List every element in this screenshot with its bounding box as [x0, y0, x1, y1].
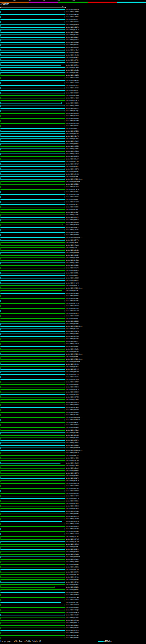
hit-row[interactable]: UniRef100_C41HC1 — [0, 546, 146, 548]
hit-row[interactable]: UniRef100_C6TGV1 — [0, 280, 146, 282]
hit-row[interactable]: UniRef100_Q9PKC3 — [0, 538, 146, 540]
hit-row[interactable]: UniRef100_A7PYV3 — [0, 84, 146, 87]
hit-row[interactable]: UniRef100_C5TRS0 — [0, 543, 146, 546]
hit-row[interactable]: UniRef100_A7YX03 — [0, 464, 146, 467]
hit-row[interactable]: UniRef100_UPI0000... — [0, 180, 146, 183]
hit-row[interactable]: UniRef100_B3PFN4 — [0, 239, 146, 242]
hit-row[interactable]: UniRef100_C5BL64 — [0, 388, 146, 391]
hit-row[interactable]: UniRef100_C68SH1 — [0, 145, 146, 148]
hit-row[interactable]: UniRef100_Q56TL6 — [0, 629, 146, 632]
hit-row[interactable]: UniRef100_A4C327 — [0, 536, 146, 538]
hit-row[interactable]: UniRef100_Q8SV25 — [0, 386, 146, 388]
hit-row[interactable]: UniRef100_Q96511 — [0, 500, 146, 502]
hit-row[interactable]: UniRef100_C7LW13 — [0, 244, 146, 246]
hit-row[interactable]: UniRef100_Q8Q2H6 — [0, 482, 146, 485]
hit-row[interactable]: UniRef100_C5V4W1 — [0, 462, 146, 464]
hit-row[interactable]: UniRef100_A8YDX4 — [0, 221, 146, 224]
hit-row[interactable]: UniRef100_Q1HHL6 — [0, 363, 146, 366]
hit-row[interactable]: UniRef100_B9B7L7 — [0, 477, 146, 480]
hit-row[interactable]: UniRef100_C5Y810 — [0, 62, 146, 64]
hit-row[interactable]: UniRef100_A38VB4 — [0, 262, 146, 264]
hit-row[interactable]: UniRef100_A1TLH4 — [0, 520, 146, 523]
hit-row[interactable]: UniRef100_P59G29 — [0, 264, 146, 266]
hit-row[interactable]: UniRef100_B5EK89 — [0, 391, 146, 394]
hit-row[interactable]: UniRef100_B4W137 — [0, 56, 146, 59]
hit-row[interactable]: UniRef100_Q8PHV5 — [0, 383, 146, 386]
hit-row[interactable]: UniRef100_C1HY24 — [0, 508, 146, 510]
hit-row[interactable]: UniRef100_C6NYR4 — [0, 376, 146, 378]
hit-row[interactable]: UniRef100_UPI0000... — [0, 556, 146, 558]
hit-row[interactable]: UniRef100_A6T012 — [0, 242, 146, 244]
hit-row[interactable]: UniRef100_Q513T5 — [0, 588, 146, 591]
hit-row[interactable]: UniRef100_B1XY52 — [0, 21, 146, 23]
hit-row[interactable]: UniRef100_C1DQD9 — [0, 609, 146, 611]
hit-row[interactable]: UniRef100_Q9FMT1 — [0, 356, 146, 358]
hit-row[interactable]: UniRef100_A0Z5L8 — [0, 442, 146, 444]
hit-row[interactable]: UniRef100_Q30RK2 — [0, 601, 146, 604]
hit-row[interactable]: UniRef100_Q1UUB0 — [0, 193, 146, 196]
hit-row[interactable]: UniRef100_B98ZL4 — [0, 272, 146, 274]
hit-row[interactable]: UniRef100_Q8LEF4 — [0, 107, 146, 110]
hit-row[interactable]: UniRef100_A4LET1 — [0, 340, 146, 343]
hit-row[interactable]: UniRef100_Q12GM7 — [0, 604, 146, 606]
hit-row[interactable]: UniRef100_B0UC8N — [0, 497, 146, 500]
hit-row[interactable]: UniRef100_C0RBQ7 — [0, 606, 146, 609]
hit-row[interactable]: UniRef100_C7RWV5 — [0, 297, 146, 300]
hit-row[interactable]: UniRef100_Q9UZ19 — [0, 348, 146, 350]
hit-row[interactable]: UniRef100_UPI0000... — [0, 416, 146, 419]
hit-row[interactable]: UniRef100_Q1LXH7 — [0, 160, 146, 163]
hit-row[interactable]: UniRef100_Q4UY62 — [0, 282, 146, 284]
hit-row[interactable]: UniRef100_Q8L897 — [0, 574, 146, 576]
hit-row[interactable]: UniRef100_Q31NO4 — [0, 31, 146, 34]
hit-row[interactable]: UniRef100_A2SH53 — [0, 214, 146, 216]
hit-row[interactable]: UniRef100_Q2GYL5 — [0, 18, 146, 21]
hit-row[interactable]: UniRef100_C5WH71 — [0, 627, 146, 629]
hit-row[interactable]: UniRef100_B1L7Q3 — [0, 515, 146, 518]
hit-row[interactable]: UniRef100_Q3UW13 — [0, 290, 146, 292]
hit-row[interactable]: UniRef100_B57G03 — [0, 219, 146, 221]
hit-row[interactable]: UniRef100_B8J4G2 — [0, 170, 146, 173]
hit-row[interactable]: UniRef100_Q2F762 — [0, 300, 146, 302]
hit-row[interactable]: UniRef100_C5T4T9 — [0, 381, 146, 383]
hit-row[interactable]: UniRef100_A0YBX0 — [0, 52, 146, 54]
hit-row[interactable]: UniRef100_B7GIU8 — [0, 130, 146, 132]
hit-row[interactable]: UniRef100_B9Z2Y5 — [0, 234, 146, 236]
hit-row[interactable]: UniRef100_B4EFJ4 — [0, 474, 146, 477]
hit-row[interactable]: UniRef100_B8GZ12 — [0, 127, 146, 130]
hit-row[interactable]: UniRef100_B1FLM8 — [0, 480, 146, 482]
hit-row[interactable]: UniRef100_A4BHD3 — [0, 79, 146, 82]
hit-row[interactable]: UniRef100_A9BNH2 — [0, 105, 146, 107]
hit-row[interactable]: UniRef100_Q2Y7Q8 — [0, 135, 146, 138]
hit-row[interactable]: UniRef100_UPI0000... — [0, 236, 146, 239]
hit-row[interactable]: UniRef100_B1XY43 — [0, 295, 146, 297]
hit-row[interactable]: UniRef100_C4C1M5 — [0, 568, 146, 571]
hit-row[interactable]: UniRef100_A6GNW3 — [0, 41, 146, 44]
hit-row[interactable]: UniRef100_B9GYD1 — [0, 132, 146, 135]
hit-row[interactable]: UniRef100_A6F394 — [0, 59, 146, 62]
hit-row[interactable]: UniRef100_C61CY9 — [0, 452, 146, 454]
hit-row[interactable]: UniRef100_Q9PL16 — [0, 284, 146, 287]
hit-row[interactable]: UniRef100_C8PUB6 — [0, 305, 146, 307]
hit-row[interactable]: UniRef100_UPI0000... — [0, 358, 146, 360]
hit-row[interactable]: UniRef100_Q04GY0 — [0, 254, 146, 256]
hit-row[interactable]: UniRef100_A2C4G6 — [0, 596, 146, 599]
hit-row[interactable]: UniRef100_Q8U419 — [0, 350, 146, 353]
hit-row[interactable]: UniRef100_P73950 — [0, 66, 146, 69]
hit-row[interactable]: UniRef100_Q46YW0 — [0, 201, 146, 203]
hit-row[interactable]: UniRef100_A0YQ28 — [0, 249, 146, 252]
hit-row[interactable]: UniRef100_Q47HR1 — [0, 322, 146, 325]
hit-row[interactable]: UniRef100_B6U2P8 — [0, 370, 146, 373]
hit-row[interactable]: UniRef100_Q2BMP2 — [0, 120, 146, 122]
hit-row[interactable]: UniRef100_A9XC36 — [0, 87, 146, 89]
hit-row[interactable]: UniRef100_B15YL7 — [0, 548, 146, 550]
hit-row[interactable]: UniRef100_A5G9A5 — [0, 566, 146, 568]
hit-row[interactable]: UniRef100_P93832 — [0, 117, 146, 120]
hit-row[interactable]: UniRef100_C1UZ77 — [0, 528, 146, 530]
hit-row[interactable]: UniRef100_A3ZLT7 — [0, 246, 146, 249]
hit-row[interactable]: UniRef100_B4CUN4 — [0, 259, 146, 262]
hit-row[interactable]: UniRef100_B3R121 — [0, 186, 146, 188]
hit-row[interactable]: UniRef100_C7NX72 — [0, 140, 146, 142]
hit-row[interactable]: UniRef100_A1YR52 — [0, 148, 146, 150]
hit-row[interactable]: UniRef100_B1CNK5 — [0, 634, 146, 637]
hit-row[interactable]: UniRef100_B2T9N7 — [0, 530, 146, 533]
